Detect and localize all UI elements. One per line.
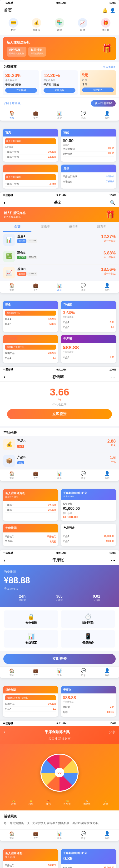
tab-home[interactable]: 🏠 首页: [0, 109, 24, 121]
product-cards-row: 30.20% 年化收益率 千库热门投资 立即购买 12.20% 年化收益率 千库…: [0, 70, 119, 97]
mini-my-item-1: 已投资金额 ¥0.00: [63, 147, 114, 152]
savings-nav-more[interactable]: ⋯: [111, 374, 115, 379]
lottery-go-btn[interactable]: GO: [55, 768, 64, 777]
mini-fund-screen: 基金 购基金送好礼 基金A 12.27% 基金B 6.88%: [3, 301, 58, 332]
fund-nav-back[interactable]: ‹: [4, 200, 5, 205]
tab-asset[interactable]: 💼 资产: [24, 109, 48, 121]
product-card-3[interactable]: 5元 起购 千库 立即购买: [80, 70, 116, 95]
tab-my[interactable]: 👤 我的: [95, 109, 119, 121]
qkz-tab-my[interactable]: 👤 我的: [95, 666, 119, 678]
product-card-2[interactable]: 12.20% 年化收益率 千库热门投资 立即购买: [41, 70, 78, 95]
lottery-tab-my[interactable]: 👤 我的: [95, 830, 119, 841]
promo-orange-name-1: 千库热门: [5, 503, 14, 507]
icon-wealth-label: 理财: [80, 29, 85, 32]
tab-home-fund[interactable]: 🏠 首页: [0, 281, 24, 293]
savings-tab-fund[interactable]: 📊 基金: [48, 469, 71, 481]
promo-for-you-title: 为您推荐: [5, 526, 56, 530]
qkz-tab-home[interactable]: 🏠 首页: [0, 666, 24, 678]
lottery-tab-fund[interactable]: 📊 基金: [48, 830, 71, 841]
fund-tab-all[interactable]: 全部: [3, 222, 31, 231]
points-badge[interactable]: 积分兑换 用积分兑换礼物: [7, 46, 26, 57]
icon-credit[interactable]: 💰 信用卡: [32, 18, 41, 32]
qiankuzhang-screen: 中国移动 9:41 AM 100% ‹ 千库张 ⋯ 为您推荐 ¥88.88 千库…: [0, 550, 119, 678]
mini-qkz-val-1: 1.88: [110, 356, 114, 359]
product-card-1[interactable]: 30.20% 年化收益率 千库热门投资 立即购买: [3, 70, 39, 95]
mini-savings-label: 年化收益率: [63, 316, 114, 319]
fund-right-3: 18.56% 近一年收益: [101, 267, 116, 275]
lottery-share[interactable]: 分享: [109, 730, 115, 734]
savings-tab-asset[interactable]: 💼 资产: [24, 469, 48, 481]
tab-my-fund[interactable]: 👤 我的: [95, 281, 119, 293]
qkz-invest-btn[interactable]: 立即投资: [3, 654, 116, 664]
fund-tab-money[interactable]: 货币型: [31, 222, 59, 231]
daily-draw-badge[interactable]: 每日抽奖 每天免费抽奖: [28, 46, 46, 57]
mini-my-body: ¥0.00 总资产 已投资金额 ¥0.00 累计收益 ¥0.00: [61, 136, 116, 158]
qkz-stats: 24h 随时取 365 天收益 0.01 元起存: [4, 594, 115, 602]
icon-wealth[interactable]: 📈 理财: [78, 18, 87, 32]
fund-item-1[interactable]: 📊 基金A 混合型 001234 12.27% 近一年收益: [0, 232, 119, 248]
mini-grid-2: 基金 购基金送好礼 基金A 12.27% 基金B 6.88%: [3, 301, 116, 363]
mini-savings-screen: 存钱罐 3.66% 年化收益率 产品A 2.88 产品B 1.6: [61, 301, 116, 332]
qkz-tab-msg[interactable]: 💬 消息: [71, 666, 95, 678]
fund-item-3[interactable]: 📈 基金C 股票型 009012 18.56% 近一年收益: [0, 265, 119, 281]
product-buy-btn-2[interactable]: 立即购买: [43, 88, 75, 93]
lottery-tab-msg[interactable]: 💬 消息: [71, 830, 95, 841]
mini-savings-val-1: 2.88: [110, 321, 114, 324]
tab-msg-fund[interactable]: 💬 消息: [71, 281, 95, 293]
qkz-tab-fund[interactable]: 📊 基金: [48, 666, 71, 678]
savings-tab-my[interactable]: 👤 我的: [95, 469, 119, 481]
fund-tab-stock[interactable]: 股票型: [88, 222, 116, 231]
lottery-tab-home[interactable]: 🏠 首页: [0, 830, 24, 841]
savings-tab-home[interactable]: 🏠 首页: [0, 469, 24, 481]
qkz-feature-1: 🔒 安全保障: [4, 611, 58, 628]
qkz-mini-2-name-2: 起存: [63, 711, 68, 714]
mini-item-name-1: 千库热门投资: [5, 151, 19, 154]
mini-banner-text: 新人注册送好礼: [6, 140, 21, 143]
qkz-tab-asset[interactable]: 💼 资产: [24, 666, 48, 678]
tab-message[interactable]: 💬 消息: [71, 109, 95, 121]
fund-item-2[interactable]: 💹 基金B 货币型 005678 6.88% 近一年收益: [0, 248, 119, 265]
product-buy-btn-1[interactable]: 立即购买: [5, 88, 37, 93]
qkz-mini-2-header: 千库张: [61, 686, 116, 693]
service-icon[interactable]: 👤: [110, 8, 115, 13]
savings-p1-tag: 热门: [17, 445, 24, 448]
qkz-nav: ‹ 千库张 ⋯: [0, 556, 119, 565]
lottery-tab-asset[interactable]: 💼 资产: [24, 830, 48, 841]
icon-gift[interactable]: 🎁 送礼物: [101, 18, 111, 32]
savings-buy-btn[interactable]: 立即投资: [7, 409, 112, 419]
qkz-nav-more[interactable]: ⋯: [111, 558, 115, 563]
period-body: 投资金额 ¥1,000.00 预期收益 ¥1,900.00: [61, 864, 116, 868]
mini-item-rate-2: 12.20%: [48, 156, 56, 159]
fund-nav-search[interactable]: 🔍: [110, 200, 115, 205]
qkz-nav-back[interactable]: ‹: [4, 558, 5, 563]
icon-mall[interactable]: 🏪 商城: [55, 18, 64, 32]
mini-loan-body: 新人注册送好礼 千库热门投资 2.88%: [3, 173, 58, 189]
fund-tab-bond[interactable]: 债券型: [59, 222, 88, 231]
fund-promo-banner[interactable]: 新人注册送好礼 购买基金赢好礼 🎁: [0, 207, 119, 222]
promo-orange-item-2: 千库热门 16.20%: [5, 508, 56, 513]
promo-orange-rate-2: 16.20%: [48, 508, 56, 512]
product-buy-btn-3[interactable]: 立即购买: [82, 88, 114, 92]
mini-my-label-1: 已投资金额: [63, 147, 75, 151]
tab-fund-active[interactable]: 📊 基金: [48, 281, 71, 293]
fund-rate-label-3: 近一年收益: [101, 272, 116, 275]
savings-nav-back[interactable]: ‹: [4, 375, 5, 379]
fund-promo-left: 新人注册送好礼 购买基金赢好礼: [4, 211, 26, 219]
tab-asset-fund[interactable]: 💼 资产: [24, 281, 48, 293]
new-user-guide-btn[interactable]: 新人指引讲解: [91, 100, 116, 106]
promo-prod-list-header: 产品列表: [61, 524, 116, 532]
promo-blue-expect-label: 预计收益: [63, 512, 114, 515]
fund-type-tag-3: 股票型: [17, 272, 26, 276]
message-icon[interactable]: 🔔: [102, 8, 108, 13]
savings-product-2[interactable]: 📦 产品B 新品 1.6 年化: [0, 453, 119, 469]
icon-loan[interactable]: 💳 贷款: [8, 18, 18, 32]
lottery-back-btn[interactable]: ‹: [4, 730, 5, 735]
tab-fund[interactable]: 📊 基金: [48, 109, 71, 121]
savings-tab-msg[interactable]: 💬 消息: [71, 469, 95, 481]
fund-code-3: 009012: [27, 272, 37, 276]
learn-more-link[interactable]: 了解千库金融: [3, 101, 21, 105]
mini-savings-title: 存钱罐: [63, 303, 72, 306]
recommend-more[interactable]: 更多推荐 >: [103, 65, 116, 69]
new-user-banner[interactable]: 新人注册送好礼 积分兑换 用积分兑换礼物 每日抽奖 每天免费抽奖 🎁: [3, 37, 116, 60]
savings-product-1[interactable]: 💰 产品A 热门 2.88 年化: [0, 436, 119, 453]
